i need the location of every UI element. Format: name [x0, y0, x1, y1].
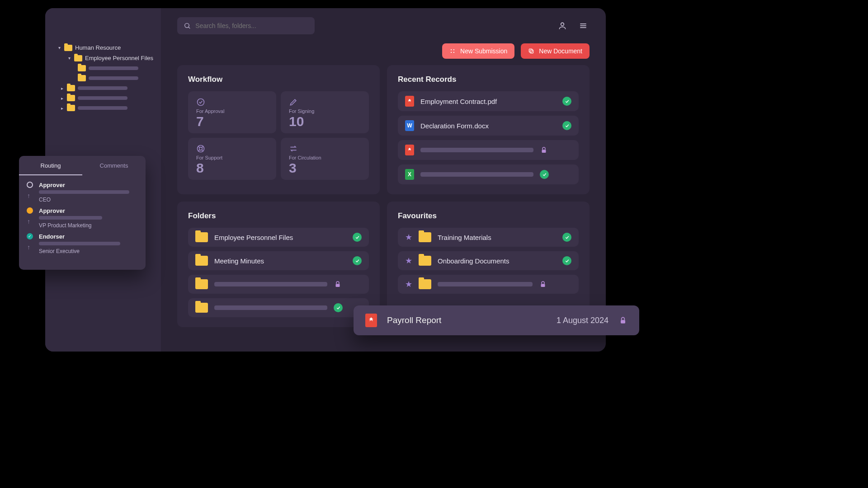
svg-point-0 — [185, 23, 189, 28]
recent-list: Employment Contract.pdf W Declaration Fo… — [398, 91, 579, 184]
placeholder-text — [214, 305, 327, 310]
item-name: Meeting Minutes — [214, 257, 346, 265]
tree-item-placeholder[interactable] — [49, 73, 157, 83]
favourite-row[interactable]: ★ Onboarding Documents — [398, 251, 579, 270]
panel-title: Favourites — [398, 211, 579, 221]
folder-row[interactable] — [188, 275, 369, 294]
svg-line-18 — [198, 150, 199, 151]
placeholder-text — [89, 76, 138, 80]
folders-list: Employee Personnel Files Meeting Minutes — [188, 228, 369, 317]
step-person: CEO — [39, 197, 138, 203]
new-document-button[interactable]: New Document — [521, 43, 590, 59]
user-icon[interactable] — [556, 19, 569, 32]
tree-item-placeholder[interactable] — [49, 63, 157, 73]
recent-records-panel: Recent Records Employment Contract.pdf W… — [387, 65, 590, 194]
svg-rect-20 — [336, 284, 340, 287]
status-ok-icon — [334, 303, 343, 312]
topbar — [177, 17, 590, 34]
cycle-icon — [289, 144, 361, 153]
star-icon: ★ — [405, 279, 412, 289]
panel-title: Folders — [188, 211, 369, 221]
tab-routing[interactable]: Routing — [19, 156, 82, 175]
status-ok-icon — [540, 170, 549, 179]
item-name: Onboarding Documents — [438, 257, 556, 265]
dashboard-grid: Workflow For Approval 7 For Signing 10 — [177, 65, 590, 327]
recent-row[interactable]: W Declaration Form.docx — [398, 116, 579, 136]
tree-item-collapsed[interactable]: ▸ — [49, 93, 157, 103]
recent-row[interactable]: X — [398, 164, 579, 184]
chevron-right-icon: ▸ — [60, 96, 64, 101]
payroll-card[interactable]: Payroll Report 1 August 2024 — [354, 305, 639, 335]
card-label: For Signing — [289, 108, 361, 114]
placeholder-text — [89, 66, 138, 70]
favourites-list: ★ Training Materials ★ Onboarding Docume… — [398, 228, 579, 294]
status-dot-active — [27, 207, 33, 214]
chevron-right-icon: ▸ — [60, 106, 64, 111]
svg-rect-22 — [621, 320, 625, 324]
status-ok-icon — [353, 256, 362, 265]
workflow-cards: For Approval 7 For Signing 10 For Suppor… — [188, 91, 369, 180]
folder-row[interactable] — [188, 298, 369, 317]
card-value: 7 — [196, 114, 268, 129]
search-box[interactable] — [177, 17, 315, 34]
folder-row[interactable]: Employee Personnel Files — [188, 228, 369, 247]
tree-item-child[interactable]: ▾ Employee Personnel Files — [49, 53, 157, 63]
placeholder-text — [420, 172, 533, 177]
folders-panel: Folders Employee Personnel Files Meeting… — [177, 202, 380, 327]
favourite-row[interactable]: ★ Training Materials — [398, 228, 579, 247]
routing-steps: Approver CEO Approver VP Product Marketi… — [19, 175, 146, 270]
folder-row[interactable]: Meeting Minutes — [188, 251, 369, 270]
item-name: Employment Contract.pdf — [420, 98, 556, 105]
favourite-row[interactable]: ★ — [398, 275, 579, 294]
button-label: New Document — [539, 47, 582, 55]
status-dot-open — [27, 182, 33, 188]
xlsx-icon: X — [405, 169, 414, 180]
placeholder-text — [78, 96, 127, 100]
tree-item-collapsed[interactable]: ▸ — [49, 83, 157, 93]
placeholder-text — [78, 86, 127, 90]
workflow-circulation[interactable]: For Circulation 3 — [281, 138, 369, 180]
lock-icon — [539, 280, 547, 288]
placeholder-text — [214, 282, 327, 286]
button-label: New Submission — [460, 47, 507, 55]
svg-rect-10 — [530, 50, 533, 53]
search-input[interactable] — [195, 22, 308, 29]
lifebuoy-icon — [196, 144, 268, 153]
item-name: Declaration Form.docx — [420, 122, 556, 130]
tree-label: Employee Personnel Files — [85, 55, 153, 61]
svg-point-14 — [199, 147, 203, 150]
folder-icon — [195, 279, 208, 289]
routing-step: Approver CEO — [26, 182, 138, 203]
svg-point-2 — [561, 23, 564, 26]
folder-icon — [64, 45, 72, 51]
folder-icon — [78, 65, 86, 71]
workflow-approval[interactable]: For Approval 7 — [188, 91, 276, 133]
tree-item-root[interactable]: ▾ Human Resource — [49, 42, 157, 53]
payroll-name: Payroll Report — [387, 315, 441, 325]
folder-icon — [67, 85, 75, 91]
workflow-support[interactable]: For Support 8 — [188, 138, 276, 180]
panel-title: Recent Records — [398, 75, 579, 84]
card-value: 10 — [289, 114, 361, 129]
routing-step: ✓ Endorser Senior Executive — [26, 233, 138, 254]
item-name: Employee Personnel Files — [214, 234, 346, 241]
placeholder-text — [39, 216, 102, 220]
svg-line-16 — [202, 150, 203, 151]
new-submission-button[interactable]: New Submission — [442, 43, 514, 59]
recent-row[interactable] — [398, 140, 579, 160]
star-icon: ★ — [405, 256, 412, 266]
tree-item-collapsed[interactable]: ▸ — [49, 103, 157, 113]
svg-point-12 — [198, 99, 204, 106]
chevron-down-icon: ▾ — [67, 56, 71, 61]
folder-icon — [195, 232, 208, 242]
card-label: For Support — [196, 155, 268, 160]
menu-icon[interactable] — [577, 19, 590, 32]
placeholder-text — [420, 148, 533, 152]
workflow-signing[interactable]: For Signing 10 — [281, 91, 369, 133]
recent-row[interactable]: Employment Contract.pdf — [398, 91, 579, 111]
svg-rect-21 — [541, 284, 545, 287]
card-label: For Circulation — [289, 155, 361, 160]
placeholder-text — [78, 106, 127, 110]
tab-comments[interactable]: Comments — [82, 156, 146, 175]
lock-icon — [540, 146, 548, 154]
